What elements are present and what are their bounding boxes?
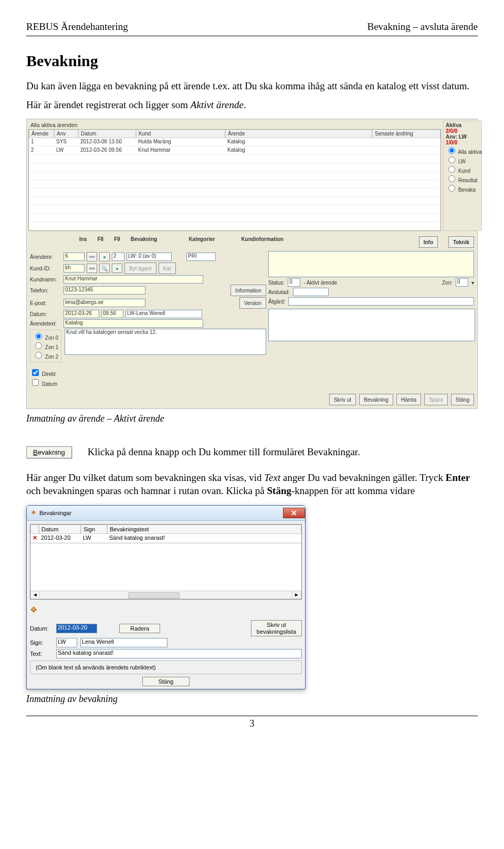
kundid-input[interactable]: kh [64,264,85,272]
status-text: - Aktivt ärende [303,280,337,286]
col-text[interactable]: Bevakningstext [107,525,301,534]
stang-button[interactable]: Stäng [451,394,474,405]
aktiva-label: Aktiva [446,122,461,128]
table-row[interactable]: 1 SYS 2012-03-08 13.50 Hulda Maräng Kata… [29,138,440,146]
binoculars-icon[interactable]: 👓 [87,264,97,273]
radio-zon0[interactable]: Zon 0 [33,335,58,341]
avslutad-input[interactable] [293,288,329,296]
datum-input[interactable]: 2012-03-26 [64,310,99,318]
table-row[interactable]: ✕ 2012-03-20 LW Sänd katalog snarast! [30,534,301,543]
radera-button[interactable]: Radera [119,624,160,633]
header-right: Bevakning – avsluta ärende [367,21,478,33]
radio-zon1[interactable]: Zon 1 [33,344,58,350]
checkbox-datum[interactable]: Datum [30,381,57,387]
tid-input[interactable]: 09.56 [101,310,123,318]
page-header: REBUS Ärendehantering Bevakning – avslut… [26,21,478,33]
col-sign[interactable]: Sign [81,525,107,534]
table-row-empty [29,155,440,163]
intro-paragraph-2: Här är ärendet registrerat och ligger so… [26,98,478,112]
table-row-empty [29,197,440,205]
table-row-empty [29,163,440,172]
scroll-thumb[interactable] [128,592,180,599]
scroll-track[interactable] [40,591,292,599]
caption-1: Inmatning av ärende – Aktivt ärende [26,412,478,425]
anv-label: Anv: LW [446,134,467,140]
globe-icon[interactable]: ● [112,264,122,273]
note-text: (Om blank text så används ärendets rubri… [30,661,302,674]
delete-icon[interactable]: ✕ [30,534,39,543]
kundnamn-input[interactable]: Knut Hammar [64,275,203,284]
col-datum[interactable]: Datum [78,130,136,138]
bev-count-input[interactable]: 2 [112,253,124,261]
description-textarea[interactable]: Knut vill ha katalogen senast vecka 12. [65,329,266,355]
kundinfo-textarea[interactable] [268,251,474,277]
kat-button[interactable]: Kat [159,263,176,274]
version-button[interactable]: Version [239,297,266,309]
info-button[interactable]: Info [419,236,438,248]
col-kund[interactable]: Kund [136,130,225,138]
kundid-label: Kund-ID: [30,266,61,271]
skrivut-bevakningslista-button[interactable]: Skriv ut bevakningslista [251,620,302,636]
radio-bevaka[interactable]: Bevaka [446,183,479,193]
datum-input[interactable]: 2012-03-20 [56,624,97,633]
italic-aktivt: Aktivt ärende [191,99,244,110]
horizontal-scrollbar[interactable]: ◄ ► [30,591,301,599]
dropdown-icon[interactable]: ▾ [471,280,474,286]
datum-label: Datum: [30,311,61,317]
atgard-input[interactable] [288,297,474,306]
radio-zon2[interactable]: Zon 2 [33,354,58,360]
zon-group: Zon 0 Zon 1 Zon 2 [30,330,61,362]
byt-agare-button[interactable]: Byt ägare [124,263,156,274]
page-title: Bevakning [26,52,478,70]
col-arende2[interactable]: Ärende [225,130,372,138]
arendenr-label: Ärendenr: [30,254,61,260]
close-button[interactable] [283,508,305,518]
teknik-button[interactable]: Teknik [448,236,474,248]
avslutad-label: Avslutad: [268,289,290,295]
owner-input[interactable]: LW-Lena Wenell [125,310,202,318]
sign-name-input[interactable]: Lena Wenell [80,638,167,647]
radio-kund[interactable]: Kund [446,164,479,174]
scroll-right-icon[interactable]: ► [292,591,301,598]
radio-lw[interactable]: LW [446,155,479,164]
radio-resultat[interactable]: Resultat [446,174,479,183]
zon-input[interactable]: 0 [456,278,468,287]
globe-icon[interactable]: ● [99,252,110,261]
arendetext-input[interactable]: Katalog [64,319,203,328]
dialog-title: Bevakningar [39,510,71,516]
spara-button[interactable]: Spara [424,394,448,405]
epost-input[interactable]: lena@abergs.se [64,299,145,307]
col-arende[interactable]: Ärende [29,130,54,138]
footer-rule [26,716,478,716]
table-row[interactable]: 2 LW 2012-03-26 09.56 Knut Hammar Katalo… [29,146,440,155]
search-icon[interactable]: 🔍 [99,264,110,273]
skrivut-button[interactable]: Skriv ut [329,394,356,405]
titlebar: ❖ Bevakningar [27,506,305,521]
atgard-textarea[interactable] [268,309,475,341]
stang-button[interactable]: Stäng [142,677,190,686]
kundnamn-label: Kundnamn: [30,277,61,282]
col-senaste[interactable]: Senaste ändring [372,130,440,138]
arendenr-input[interactable]: 6 [64,253,85,261]
binoculars-icon[interactable]: 👓 [87,252,97,261]
datum-label: Datum: [30,625,53,632]
telefon-input[interactable]: 0123-12345 [64,286,145,295]
status-code-input[interactable]: 0 [288,278,300,287]
kategori-input[interactable]: PRI [186,253,216,261]
col-anv[interactable]: Anv [54,130,78,138]
table-row-empty [29,172,440,180]
radio-alla-aktiva[interactable]: Alla aktiva [446,145,479,155]
text-input[interactable]: Sänd katalog snarast! [56,649,302,658]
scroll-left-icon[interactable]: ◄ [31,591,40,598]
bevakning-button[interactable]: Bevakning [359,394,393,405]
bev-text-input[interactable]: LW: 0 (av 0) [127,253,172,261]
fieldset-aktiva-arenden: Alla aktiva ärenden Ärende Anv Datum Kun… [27,119,477,234]
hamta-button[interactable]: Hämta [396,394,421,405]
table-row-empty [29,180,440,188]
checkbox-direkt[interactable]: Direkt [30,371,56,377]
sign-input[interactable]: LW [56,638,77,647]
atgard-label: Åtgärd: [268,299,285,305]
information-button[interactable]: Information [230,285,266,296]
header-left: REBUS Ärendehantering [26,21,128,33]
col-datum[interactable]: Datum [39,525,81,534]
